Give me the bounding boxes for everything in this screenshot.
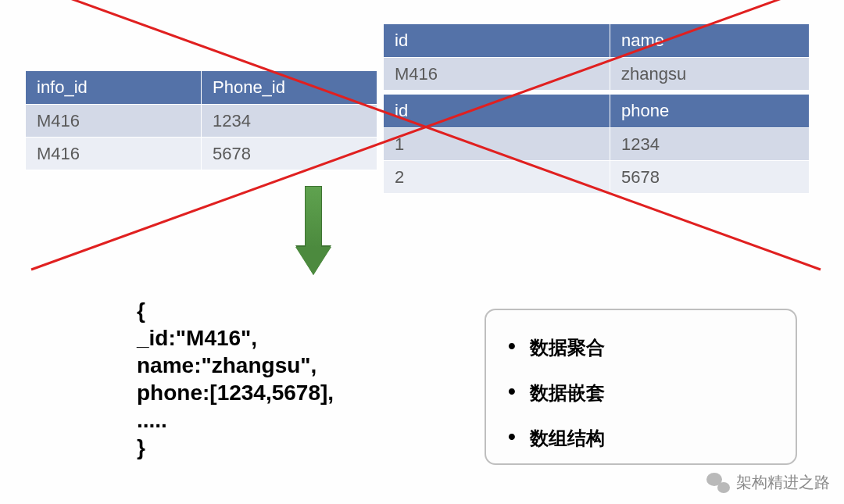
table-id-name: id name M416 zhangsu [383,23,810,91]
callout-item-aggregation: 数据聚合 [508,335,774,360]
callout-box: 数据聚合 数据嵌套 数组结构 [485,309,797,465]
callout-item-array: 数组结构 [508,426,774,451]
watermark: 架构精进之路 [706,472,830,493]
table-row: 1 1234 [384,128,810,161]
table-id-phone: id phone 1 1234 2 5678 [383,94,810,194]
t2-header-id: id [384,24,610,58]
t3-header-id: id [384,95,610,128]
table-row: M416 1234 [26,105,377,138]
table-row: M416 5678 [26,138,377,170]
table-info-phone: info_id Phone_id M416 1234 M416 5678 [25,70,377,170]
table-row: M416 zhangsu [384,58,810,91]
t3-header-phone: phone [610,95,810,128]
json-code-block: { _id:"M416", name:"zhangsu", phone:[123… [137,297,334,461]
t1-header-phone-id: Phone_id [202,71,377,105]
watermark-text: 架构精进之路 [736,472,830,493]
callout-item-nesting: 数据嵌套 [508,381,774,406]
t2-header-name: name [610,24,810,58]
wechat-icon [706,473,730,493]
t1-header-info-id: info_id [26,71,202,105]
arrow-down-icon [295,186,331,280]
table-row: 2 5678 [384,161,810,194]
